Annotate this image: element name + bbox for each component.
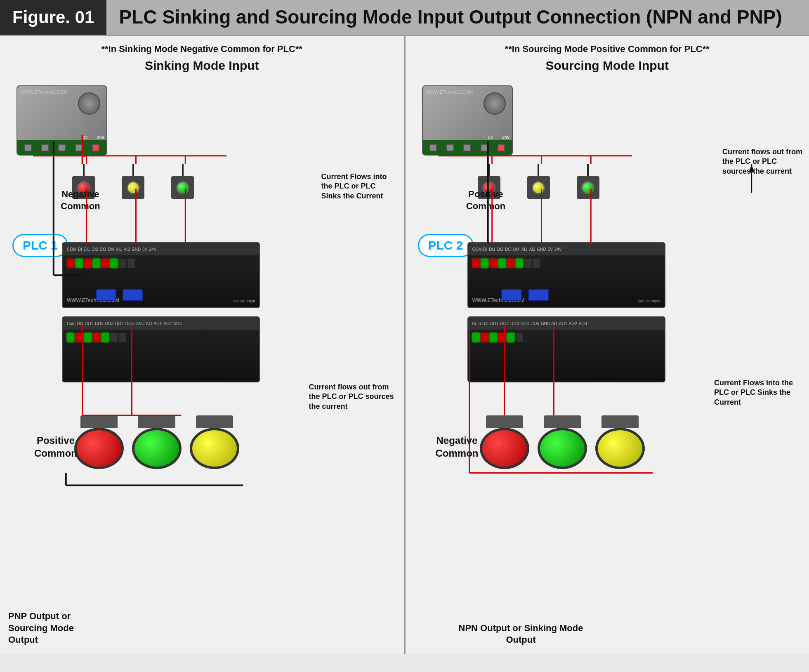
out-led-2 [75, 333, 83, 342]
left-psu: WWW.ETechnoG.COM 24V 0V [17, 85, 107, 156]
out-led-4 [93, 333, 100, 342]
plc2-out-leds [472, 333, 660, 342]
plc2-leds [472, 259, 660, 268]
main-content: **In Sinking Mode Negative Common for PL… [0, 36, 809, 654]
psu-terminal-e [58, 144, 66, 151]
sensor-cable [83, 164, 85, 176]
btn-neck [138, 415, 175, 428]
r-out-led-3 [490, 333, 497, 342]
right-mode-title: Sourcing Mode Input [410, 59, 805, 73]
r-led-7 [524, 259, 532, 268]
terminal-label-ai2: AI2 [124, 247, 130, 252]
figure-text: Figure. 01 [12, 7, 94, 27]
left-out-btn-yellow [190, 415, 239, 469]
left-panel: **In Sinking Mode Negative Common for PL… [0, 36, 404, 654]
plc1-port2 [123, 289, 143, 301]
plc1-leds [67, 259, 255, 268]
btn-neck [601, 415, 639, 428]
left-sensor-3 [171, 164, 194, 199]
out-label-do2: DO2 [95, 321, 104, 326]
plc2-port1 [501, 289, 522, 301]
right-panel: **In Sourcing Mode Positive Common for P… [406, 36, 809, 654]
out-label-gndao: GND-AO [135, 321, 152, 326]
pnp-output-label: PNP Output or Sourcing Mode Output [8, 611, 83, 646]
sensor-body [122, 176, 144, 199]
plc2-out-top: Com-DO DO1 DO2 DO3 DO4 DO5 GND-AO AO1 AO… [468, 317, 665, 330]
r-out-do5: DO5 [531, 321, 539, 326]
right-positive-common-label: Positive Common [459, 189, 513, 212]
left-sensor-2 [122, 164, 144, 199]
out-label-do1: DO1 [85, 321, 93, 326]
sensor-body [577, 176, 599, 199]
terminal-label-gnd: GND [132, 247, 141, 252]
terminal-label-5v: 5V [142, 247, 147, 252]
r-led-2 [481, 259, 488, 268]
out-label-do4: DO4 [115, 321, 124, 326]
negative-common-label: Negative Common [54, 189, 107, 212]
r-out-do1: DO1 [490, 321, 499, 326]
r-out-led-5 [507, 333, 514, 342]
r-led-5 [507, 259, 514, 268]
terminal-label-di2: DI2 [92, 247, 98, 252]
sensor-lens-yellow [127, 181, 140, 194]
out-label-ao2: AO2 [163, 321, 172, 326]
r-terminal-gnd: GND [537, 247, 546, 252]
right-psu-0v: 0V [488, 135, 493, 140]
led-4 [93, 259, 100, 268]
out-led-6 [110, 333, 118, 342]
r-led-8 [533, 259, 540, 268]
r-terminal-24v: 24V [554, 247, 562, 252]
out-label-ao3: AO3 [173, 321, 182, 326]
terminal-label-comdI: COM-DI [67, 247, 82, 252]
btn-body-yellow [190, 428, 239, 469]
out-label-do3: DO3 [105, 321, 114, 326]
right-term-24v [498, 144, 505, 151]
r-led-3 [490, 259, 497, 268]
btn-body-green [538, 428, 587, 469]
right-sensor-3 [577, 164, 599, 199]
figure-label: Figure. 01 [0, 0, 106, 35]
plc1-out-top: Com-DO DO1 DO2 DO3 DO4 DO5 GND-AO AO1 AO… [63, 317, 259, 330]
r-out-ao1: AO1 [559, 321, 567, 326]
right-negative-common-label: Negative Common [426, 434, 488, 460]
plc1-out-leds [67, 333, 255, 342]
right-current-in: Current Flows into the PLC or PLC Sinks … [714, 378, 805, 407]
btn-body-yellow [595, 428, 645, 469]
right-current-out: Current flows out from the PLC or PLC so… [722, 147, 805, 176]
r-out-ao2: AO2 [569, 321, 577, 326]
plc2-module-input: COM-DI DI1 DI2 DI3 DI4 AI1 AI2 GND 5V 24… [467, 242, 665, 308]
left-current-in: Current Flows into the PLC or PLC Sinks … [321, 172, 396, 201]
sensor-cable [538, 164, 539, 176]
terminal-label-24v: 24V [149, 247, 156, 252]
terminal-label-di3: DI3 [100, 247, 106, 252]
plc1-module-output: Com-DO DO1 DO2 DO3 DO4 DO5 GND-AO AO1 AO… [62, 316, 260, 382]
left-current-out: Current flows out from the PLC or PLC so… [309, 382, 400, 411]
left-positive-common-label: Positive Common [25, 434, 87, 460]
psu-terminal-0v [75, 144, 83, 151]
plc2-badge: PLC 2 [418, 234, 474, 257]
r-terminal-di1: DI1 [489, 247, 495, 252]
title-text: PLC Sinking and Sourcing Mode Input Outp… [119, 6, 782, 28]
r-out-do3: DO3 [510, 321, 519, 326]
led-6 [110, 259, 118, 268]
sensor-cable [182, 164, 184, 176]
sensor-lens-green [176, 181, 189, 194]
r-led-6 [516, 259, 523, 268]
psu-terminal-n [41, 144, 49, 151]
r-out-do2: DO2 [500, 321, 509, 326]
plc2-top-bar: COM-DI DI1 DI2 DI3 DI4 AI1 AI2 GND 5V 24… [468, 243, 665, 255]
out-led-1 [67, 333, 74, 342]
r-out-led-6 [516, 333, 523, 342]
led-3 [84, 259, 92, 268]
r-terminal-5v: 5V [548, 247, 553, 252]
psu-24v-label: 24V [97, 135, 104, 140]
right-term-l [429, 144, 437, 151]
terminal-label-ai1: AI1 [116, 247, 122, 252]
sensor-lens-yellow [532, 181, 545, 194]
right-out-btn-green [538, 415, 587, 469]
header: Figure. 01 PLC Sinking and Sourcing Mode… [0, 0, 809, 36]
btn-neck [80, 415, 118, 428]
r-out-ao3: AO3 [579, 321, 587, 326]
r-terminal-ai1: AI1 [521, 247, 527, 252]
right-out-btn-yellow [595, 415, 645, 469]
